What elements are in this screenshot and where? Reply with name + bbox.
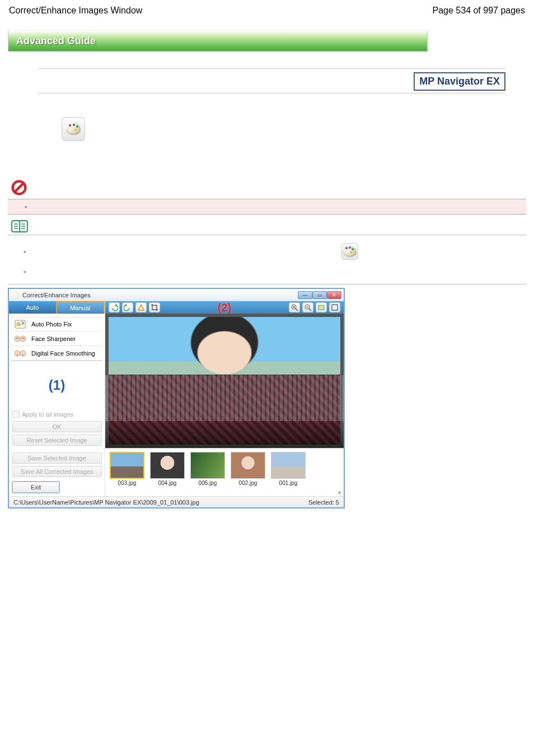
callout-1: (1) xyxy=(9,362,105,408)
thumbnail-image xyxy=(190,452,225,479)
ok-button[interactable]: OK xyxy=(12,421,102,432)
status-path: C:\Users\UserName\Pictures\MP Navigator … xyxy=(13,499,199,506)
palette-icon xyxy=(66,123,81,135)
book-icon xyxy=(11,220,28,232)
fix-image-button-small[interactable] xyxy=(341,243,358,260)
crop-button[interactable] xyxy=(149,302,160,312)
save-all-corrected-button[interactable]: Save All Corrected Images xyxy=(12,466,102,477)
thumbnail-label: 005.jpg xyxy=(199,480,217,486)
thumbnail-label: 001.jpg xyxy=(279,480,298,486)
bullet: ■ xyxy=(8,270,526,274)
fix-image-button[interactable] xyxy=(62,117,85,141)
svg-line-25 xyxy=(309,309,311,311)
fullscreen-button[interactable] xyxy=(329,302,340,312)
minimize-button[interactable]: — xyxy=(298,291,312,299)
zoom-out-button[interactable] xyxy=(302,302,313,312)
svg-point-11 xyxy=(16,322,21,326)
tool-label: Face Sharpener xyxy=(31,335,76,342)
thumbnail-image xyxy=(110,452,144,479)
advanced-guide-header: Advanced Guide xyxy=(8,30,428,52)
tool-auto-photo-fix[interactable]: Auto Photo Fix xyxy=(11,317,102,332)
correct-enhance-dialog: Correct/Enhance Images — ▭ ✕ Auto Manual xyxy=(8,288,345,508)
palette-icon xyxy=(343,246,357,257)
fit-window-button[interactable] xyxy=(316,302,327,312)
thumbnail-label: 002.jpg xyxy=(239,480,257,486)
thumbnail-image xyxy=(271,452,306,479)
svg-point-13 xyxy=(20,336,26,342)
svg-point-17 xyxy=(24,338,25,339)
thumbnails-row: 003.jpg 004.jpg 005.jpg 002.jpg xyxy=(105,448,344,496)
face-sharpener-icon xyxy=(13,334,27,344)
svg-line-21 xyxy=(296,309,298,311)
svg-point-15 xyxy=(18,338,19,339)
tool-label: Auto Photo Fix xyxy=(31,321,72,328)
auto-photo-fix-icon xyxy=(13,319,27,329)
dialog-titlebar: Correct/Enhance Images — ▭ ✕ xyxy=(9,289,344,301)
rotate-left-button[interactable] xyxy=(109,302,120,312)
reference-row-1: ■ xyxy=(8,243,526,260)
thumbnail-label: 003.jpg xyxy=(118,480,137,486)
thumbnail-image xyxy=(231,452,265,479)
thumbnail-label: 004.jpg xyxy=(158,480,177,486)
close-button[interactable]: ✕ xyxy=(327,291,341,299)
exit-button[interactable]: Exit xyxy=(12,482,59,493)
reset-selected-button[interactable]: Reset Selected Image xyxy=(12,435,102,446)
bullet: ■ xyxy=(24,250,26,254)
thumbnail-image xyxy=(150,452,185,479)
preview-area xyxy=(105,314,344,448)
svg-line-1 xyxy=(15,183,24,192)
app-icon xyxy=(11,291,19,299)
tool-digital-face-smoothing[interactable]: Digital Face Smoothing xyxy=(11,346,102,361)
prohibit-icon xyxy=(11,180,27,195)
callout-2: (2) xyxy=(218,301,231,314)
apply-to-all-label: Apply to all images xyxy=(22,411,73,418)
status-bar: C:\Users\UserName\Pictures\MP Navigator … xyxy=(9,496,344,507)
digital-face-smoothing-icon xyxy=(13,348,27,358)
note-row: ■ xyxy=(8,199,526,214)
tab-manual[interactable]: Manual xyxy=(56,301,105,314)
svg-point-16 xyxy=(22,338,23,339)
thumbnail[interactable]: 004.jpg xyxy=(150,452,185,486)
bullet: ■ xyxy=(25,205,27,209)
compare-button[interactable] xyxy=(135,302,147,312)
thumbnail[interactable]: 002.jpg xyxy=(231,452,265,486)
save-selected-button[interactable]: Save Selected Image xyxy=(12,452,102,464)
tool-label: Digital Face Smoothing xyxy=(31,350,95,357)
scroll-right-icon[interactable]: ▸ xyxy=(339,489,341,495)
tool-face-sharpener[interactable]: Face Sharpener xyxy=(11,332,102,346)
status-selected-count: Selected: 5 xyxy=(308,499,339,506)
zoom-in-button[interactable] xyxy=(289,302,300,312)
rotate-right-button[interactable] xyxy=(122,302,133,312)
svg-point-14 xyxy=(16,338,17,339)
apply-to-all-checkbox[interactable] xyxy=(12,410,20,418)
maximize-button[interactable]: ▭ xyxy=(312,291,327,299)
svg-point-12 xyxy=(15,336,20,342)
tab-auto[interactable]: Auto xyxy=(9,301,56,314)
svg-rect-28 xyxy=(332,305,338,310)
preview-toolbar: (2) xyxy=(105,301,344,314)
svg-rect-27 xyxy=(318,305,324,310)
page-title-right: Page 534 of 997 pages xyxy=(433,6,525,16)
page-title-left: Correct/Enhance Images Window xyxy=(9,6,142,16)
mp-navigator-ex-logo: MP Navigator EX xyxy=(414,72,505,91)
thumbnail[interactable]: 005.jpg xyxy=(190,452,225,486)
dialog-title: Correct/Enhance Images xyxy=(22,292,91,298)
thumbnail[interactable]: 001.jpg xyxy=(271,452,306,486)
thumbnail[interactable]: 003.jpg xyxy=(110,452,144,486)
